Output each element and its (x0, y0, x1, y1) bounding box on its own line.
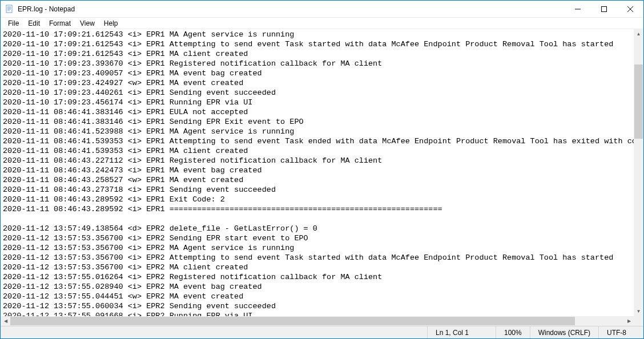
vertical-scroll-thumb[interactable] (634, 64, 643, 139)
menu-edit[interactable]: Edit (24, 18, 44, 29)
status-position: Ln 1, Col 1 (428, 326, 496, 338)
scroll-down-button[interactable]: ▼ (634, 306, 643, 316)
menubar: File Edit Format View Help (1, 18, 643, 29)
vertical-scrollbar[interactable]: ▲ ▼ (634, 29, 643, 316)
text-editor[interactable]: 2020-11-10 17:09:21.612543 <i> EPR1 MA A… (1, 29, 634, 316)
scroll-right-button[interactable]: ▶ (624, 316, 634, 326)
menu-view[interactable]: View (76, 18, 99, 29)
scroll-left-button[interactable]: ◀ (1, 316, 10, 326)
minimize-button[interactable] (565, 1, 591, 17)
status-spacer (1, 326, 428, 338)
titlebar-left: EPR.log - Notepad (1, 5, 75, 14)
notepad-window: EPR.log - Notepad File Edit Format View … (0, 0, 644, 339)
menu-format[interactable]: Format (45, 18, 75, 29)
status-zoom: 100% (496, 326, 530, 338)
window-controls (565, 1, 643, 17)
svg-rect-6 (602, 6, 607, 11)
status-line-ending: Windows (CRLF) (530, 326, 599, 338)
scrollbar-corner (634, 316, 643, 326)
window-title: EPR.log - Notepad (18, 5, 75, 13)
titlebar[interactable]: EPR.log - Notepad (1, 1, 643, 18)
close-button[interactable] (617, 1, 643, 17)
horizontal-scroll-track[interactable] (10, 316, 624, 326)
notepad-icon (5, 5, 14, 14)
statusbar: Ln 1, Col 1 100% Windows (CRLF) UTF-8 (1, 326, 643, 338)
scroll-up-button[interactable]: ▲ (634, 29, 643, 39)
menu-help[interactable]: Help (100, 18, 122, 29)
status-encoding: UTF-8 (599, 326, 643, 338)
maximize-button[interactable] (591, 1, 617, 17)
horizontal-scroll-thumb[interactable] (10, 317, 575, 325)
content-area: 2020-11-10 17:09:21.612543 <i> EPR1 MA A… (1, 29, 643, 316)
vertical-scroll-track[interactable] (634, 39, 643, 306)
horizontal-scrollbar[interactable]: ◀ ▶ (1, 316, 643, 326)
menu-file[interactable]: File (4, 18, 23, 29)
